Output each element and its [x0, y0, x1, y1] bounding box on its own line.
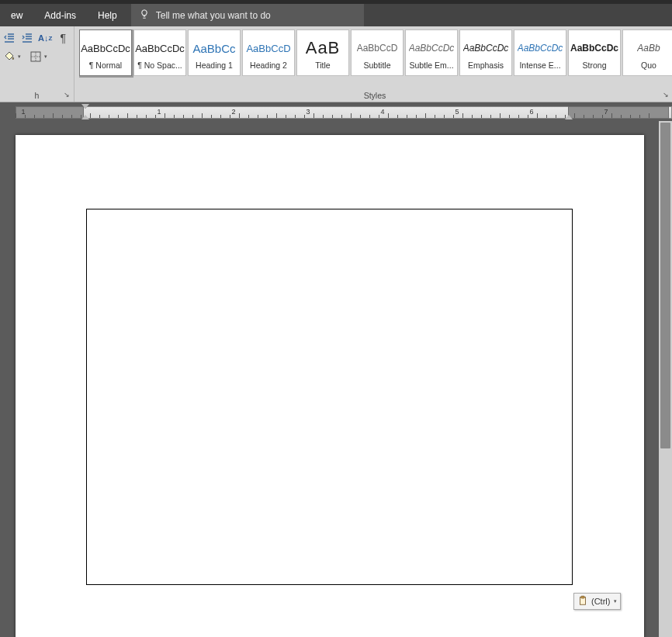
- style-name-label: Title: [313, 61, 331, 70]
- style-preview: AaBbCcD: [246, 36, 290, 61]
- scrollbar-thumb[interactable]: [660, 123, 670, 448]
- sort-button[interactable]: A↓Z: [36, 29, 54, 47]
- tell-me-placeholder: Tell me what you want to do: [156, 10, 271, 21]
- decrease-indent-button[interactable]: [0, 29, 18, 47]
- ruler-number: 1: [157, 108, 161, 116]
- horizontal-ruler[interactable]: 11234567: [0, 102, 672, 121]
- svg-rect-2: [581, 596, 584, 598]
- style-subtitle[interactable]: AaBbCcDSubtitle: [351, 29, 404, 76]
- tab-view[interactable]: ew: [0, 4, 33, 26]
- chevron-down-icon: ▾: [44, 54, 47, 60]
- chevron-down-icon: ▾: [18, 54, 21, 60]
- style--normal[interactable]: AaBbCcDc¶ Normal: [79, 29, 132, 76]
- style-preview: AaBb: [637, 36, 660, 61]
- ruler-number: 5: [455, 108, 459, 116]
- style-preview: AaB: [306, 36, 341, 61]
- paragraph-dialog-launcher[interactable]: ↘: [62, 90, 71, 99]
- vertical-scrollbar[interactable]: [659, 121, 672, 637]
- document-workspace: (Ctrl) ▾: [0, 121, 672, 637]
- style-title[interactable]: AaBTitle: [296, 29, 349, 76]
- style-name-label: Strong: [581, 61, 608, 70]
- show-paragraph-marks-button[interactable]: ¶: [54, 29, 72, 47]
- first-line-indent-marker[interactable]: [81, 104, 89, 109]
- style-emphasis[interactable]: AaBbCcDcEmphasis: [459, 29, 512, 76]
- styles-group: AaBbCcDc¶ NormalAaBbCcDc¶ No Spac...AaBb…: [74, 26, 672, 102]
- style-preview: AaBbCcDc: [409, 36, 455, 61]
- style-preview: AaBbCcDc: [135, 36, 185, 61]
- increase-indent-button[interactable]: [18, 29, 36, 47]
- paragraph-group: A↓Z ¶ ▾ ▾ h ↘: [0, 26, 74, 102]
- styles-gallery[interactable]: AaBbCcDc¶ NormalAaBbCcDc¶ No Spac...AaBb…: [79, 29, 672, 79]
- style-heading-2[interactable]: AaBbCcDHeading 2: [242, 29, 295, 76]
- style-strong[interactable]: AaBbCcDcStrong: [568, 29, 621, 76]
- style-preview: AaBbCcDc: [463, 36, 509, 61]
- style--no-spac-[interactable]: AaBbCcDc¶ No Spac...: [133, 29, 186, 76]
- style-name-label: ¶ Normal: [88, 61, 123, 70]
- menu-bar: ew Add-ins Help Tell me what you want to…: [0, 4, 672, 26]
- style-quo[interactable]: AaBbQuo: [622, 29, 672, 76]
- tell-me-search[interactable]: Tell me what you want to do: [131, 4, 364, 26]
- style-heading-1[interactable]: AaBbCcHeading 1: [188, 29, 241, 76]
- ruler-number: 4: [380, 108, 384, 116]
- ruler-number: 3: [306, 108, 310, 116]
- style-preview: AaBbCcDc: [518, 36, 563, 61]
- ruler-number: 2: [231, 108, 235, 116]
- tab-addins[interactable]: Add-ins: [33, 4, 87, 26]
- style-name-label: Heading 1: [194, 61, 234, 70]
- style-intense-e-[interactable]: AaBbCcDcIntense E...: [514, 29, 566, 76]
- style-name-label: Subtitle: [362, 61, 392, 70]
- inserted-rectangle-shape[interactable]: [86, 209, 573, 585]
- clipboard-icon: [577, 595, 588, 608]
- hanging-indent-marker[interactable]: [81, 115, 89, 119]
- lightbulb-icon: [139, 9, 150, 22]
- style-name-label: Intense E...: [518, 61, 562, 70]
- chevron-down-icon: ▾: [614, 598, 617, 604]
- style-preview: AaBbCcDc: [570, 36, 618, 61]
- document-page[interactable]: (Ctrl) ▾: [16, 135, 644, 637]
- style-subtle-em-[interactable]: AaBbCcDcSubtle Em...: [405, 29, 458, 76]
- style-name-label: ¶ No Spac...: [136, 61, 184, 70]
- style-preview: AaBbCcDc: [81, 36, 130, 61]
- paste-options-label: (Ctrl): [591, 597, 610, 606]
- right-indent-marker[interactable]: [565, 115, 573, 119]
- ruler-number: 6: [529, 108, 533, 116]
- borders-button[interactable]: ▾: [26, 48, 53, 65]
- styles-group-label: Styles: [74, 91, 672, 100]
- ribbon: A↓Z ¶ ▾ ▾ h ↘ AaBbCcDc¶ NormalAaBbCcDc¶ …: [0, 26, 672, 102]
- tab-help[interactable]: Help: [87, 4, 128, 26]
- style-preview: AaBbCcD: [357, 36, 398, 61]
- style-name-label: Subtle Em...: [407, 61, 455, 70]
- style-name-label: Heading 2: [248, 61, 289, 70]
- styles-dialog-launcher[interactable]: ↘: [661, 90, 670, 99]
- ruler-number: 7: [604, 108, 608, 116]
- shading-button[interactable]: ▾: [0, 48, 26, 65]
- style-name-label: Emphasis: [466, 61, 505, 70]
- style-preview: AaBbCc: [192, 36, 235, 61]
- style-name-label: Quo: [639, 61, 658, 70]
- paste-options-button[interactable]: (Ctrl) ▾: [573, 593, 621, 610]
